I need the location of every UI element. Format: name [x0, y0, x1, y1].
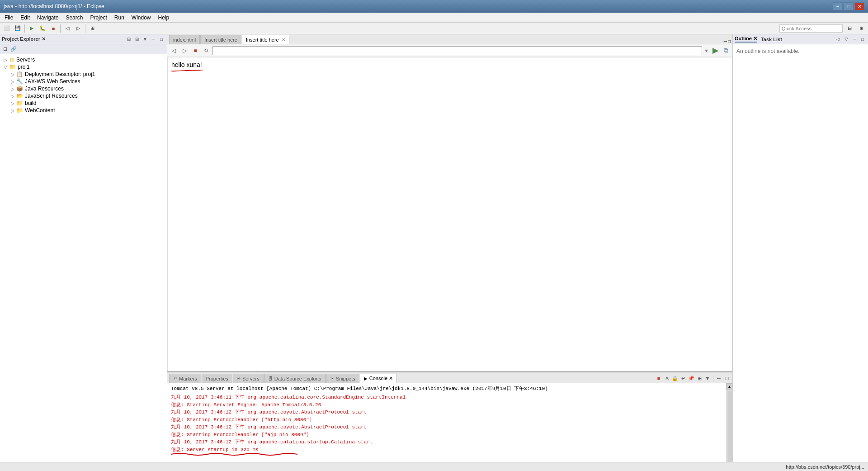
console-line-2: 九月 10, 2017 3:46:12 下午 org.apache.coyote…: [171, 409, 729, 416]
expander-webcontent[interactable]: ▷: [11, 108, 16, 113]
url-input[interactable]: http://localhost:8080/proj1/: [212, 46, 702, 55]
js-resources-label: JavaScript Resources: [25, 93, 78, 99]
title-bar: java - http://localhost:8080/proj1/ - Ec…: [0, 0, 868, 13]
quick-access-input[interactable]: [779, 24, 843, 33]
scrollbar-up-btn[interactable]: ▲: [726, 383, 733, 390]
console-content: Tomcat v8.5 Server at localhost [Apache …: [167, 383, 732, 471]
menu-edit[interactable]: Edit: [18, 14, 33, 22]
tab-datasource[interactable]: 🗄 Data Source Explorer: [264, 374, 326, 383]
menu-search[interactable]: Search: [63, 14, 85, 22]
expander-proj1[interactable]: ▽: [4, 65, 9, 70]
tab-snippets[interactable]: ✂ Snippets: [326, 374, 359, 383]
refresh-button[interactable]: ↻: [202, 46, 211, 55]
toolbar-run[interactable]: ▶: [27, 24, 37, 33]
toolbar-open-perspective[interactable]: ⊕: [856, 24, 866, 33]
servers-icon: 🖥: [9, 57, 14, 63]
forward-button[interactable]: ▷: [180, 46, 189, 55]
close-button[interactable]: ✕: [854, 2, 864, 10]
console-pin-btn[interactable]: 📌: [688, 375, 695, 382]
tree-item-webcontent[interactable]: ▷ 📁 WebContent: [0, 107, 167, 114]
toolbar-perspective[interactable]: ⊞: [87, 24, 97, 33]
console-word-wrap[interactable]: ↵: [679, 375, 687, 382]
restore-button[interactable]: □: [844, 2, 854, 10]
link-editor-btn[interactable]: 🔗: [9, 45, 18, 53]
tab-insert-title-1[interactable]: Insert title here: [200, 35, 241, 44]
toolbar-debug[interactable]: 🐛: [38, 24, 47, 33]
menu-window[interactable]: Window: [129, 14, 154, 22]
tree-item-js-resources[interactable]: ▷ 📂 JavaScript Resources: [0, 92, 167, 100]
tab-min-btn[interactable]: ─: [724, 39, 727, 44]
console-line-7: 信息: Server startup in 320 ms: [171, 446, 729, 454]
center-panel: index.html Insert title here Insert titl…: [167, 34, 732, 471]
expander-deployment[interactable]: ▷: [11, 72, 16, 77]
servers-tab-icon: ✳: [237, 376, 241, 381]
tab-index-html[interactable]: index.html: [169, 35, 200, 44]
tree-item-deployment[interactable]: ▷ 📋 Deployment Descriptor: proj1: [0, 71, 167, 78]
tab-insert-title-1-label: Insert title here: [204, 37, 237, 43]
web-content: hello xuna!: [167, 57, 732, 371]
right-panel-btn-1[interactable]: ◁: [835, 36, 842, 43]
console-clear-btn[interactable]: ✕: [663, 375, 670, 382]
menu-project[interactable]: Project: [87, 14, 109, 22]
console-dropdown-btn[interactable]: ▼: [704, 375, 711, 382]
panel-menu-btn[interactable]: ▼: [142, 36, 149, 43]
url-dropdown-btn[interactable]: ▼: [704, 48, 709, 53]
outline-tab[interactable]: Outline ✕: [735, 36, 757, 43]
tab-max-btn[interactable]: □: [728, 39, 731, 44]
expander-build[interactable]: ▷: [11, 101, 16, 106]
console-scrollbar[interactable]: ▲ ▼: [726, 383, 732, 471]
expander-jaxws[interactable]: ▷: [11, 79, 16, 84]
toolbar-save[interactable]: 💾: [13, 24, 23, 33]
tab-markers[interactable]: ⚐ Markers: [169, 374, 201, 383]
menu-help[interactable]: Help: [156, 14, 172, 22]
collapse-all-btn[interactable]: ⊟: [1, 45, 9, 53]
panel-collapse-btn[interactable]: ⊟: [125, 36, 132, 43]
tree-item-java-resources[interactable]: ▷ 📦 Java Resources: [0, 85, 167, 92]
console-maximize-btn[interactable]: □: [723, 375, 731, 382]
toolbar-new[interactable]: ⬜: [2, 24, 12, 33]
bottom-tabs-left: ⚐ Markers Properties ✳ Servers 🗄 Data So…: [169, 374, 397, 383]
toolbar-forward[interactable]: ▷: [73, 24, 83, 33]
back-button[interactable]: ◁: [169, 46, 178, 55]
panel-expand-btn[interactable]: ⊞: [133, 36, 141, 43]
toolbar-stop[interactable]: ■: [48, 24, 58, 33]
tree-item-jaxws[interactable]: ▷ 🔧 JAX-WS Web Services: [0, 78, 167, 85]
menu-run[interactable]: Run: [112, 14, 127, 22]
panel-min-btn[interactable]: ─: [150, 36, 157, 43]
right-panel-btn-4[interactable]: □: [859, 36, 866, 43]
toolbar-back[interactable]: ◁: [62, 24, 72, 33]
go-button[interactable]: ▶: [711, 46, 720, 55]
right-panel-btn-3[interactable]: ─: [851, 36, 858, 43]
task-list-tab[interactable]: Task List: [761, 37, 782, 42]
open-external-button[interactable]: ⧉: [722, 46, 731, 55]
outline-panel: Outline ✕ Task List ◁ ▽ ─ □ An outline i…: [732, 34, 868, 471]
tree-item-proj1[interactable]: ▽ 📁 proj1: [0, 63, 167, 71]
tree-item-servers[interactable]: ▷ 🖥 Servers: [0, 56, 167, 63]
console-scroll-lock[interactable]: 🔒: [671, 375, 679, 382]
quick-access-area: ⊟ ⊕: [779, 24, 866, 33]
js-resources-icon: 📂: [16, 93, 23, 99]
console-open-console[interactable]: ⊞: [696, 375, 703, 382]
toolbar-perspectives-icon[interactable]: ⊟: [844, 24, 854, 33]
expander-js-resources[interactable]: ▷: [11, 94, 16, 99]
tab-close-icon[interactable]: ✕: [282, 37, 285, 42]
expander-java-resources[interactable]: ▷: [11, 86, 16, 91]
tab-console[interactable]: ▶ Console ✕: [360, 374, 397, 383]
expander-servers[interactable]: ▷: [4, 57, 9, 62]
console-line-5: 信息: Starting ProtocolHandler ["ajp-nio-8…: [171, 431, 729, 439]
tab-properties[interactable]: Properties: [202, 374, 232, 383]
tab-insert-title-2[interactable]: Insert title here ✕: [242, 35, 289, 44]
menu-navigate[interactable]: Navigate: [34, 14, 61, 22]
menu-file[interactable]: File: [2, 14, 16, 22]
panel-max-btn[interactable]: □: [158, 36, 165, 43]
stop-button[interactable]: ■: [191, 46, 200, 55]
tab-servers[interactable]: ✳ Servers: [233, 374, 264, 383]
console-minimize-btn[interactable]: ─: [715, 375, 722, 382]
tree-item-build[interactable]: ▷ 📁 build: [0, 100, 167, 107]
menu-bar: File Edit Navigate Search Project Run Wi…: [0, 13, 868, 23]
console-stop-btn[interactable]: ■: [655, 375, 662, 382]
scrollbar-thumb[interactable]: [727, 390, 732, 464]
minimize-button[interactable]: −: [833, 2, 843, 10]
left-toolbar: ⊟ 🔗: [0, 44, 167, 54]
right-panel-btn-2[interactable]: ▽: [843, 36, 850, 43]
